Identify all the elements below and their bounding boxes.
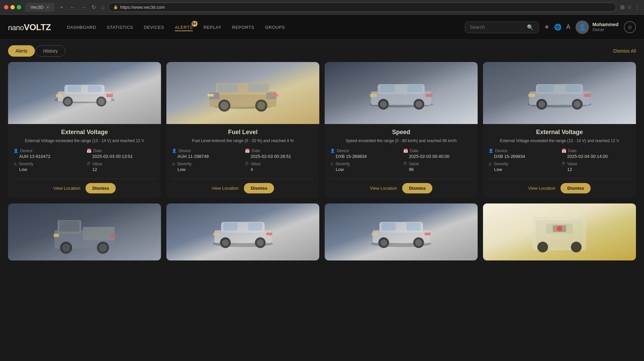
svg-point-75: [415, 239, 422, 246]
meta-value: ⏱ Value 12: [87, 162, 156, 172]
card-title: Fuel Level: [172, 129, 314, 136]
svg-rect-54: [54, 234, 59, 237]
device-icon: 👤: [330, 148, 335, 153]
tab-history[interactable]: History: [36, 45, 66, 57]
url-text: https://www.vec3d.com: [120, 5, 165, 10]
svg-rect-60: [248, 223, 262, 231]
severity-icon: ⚠: [13, 162, 17, 166]
more-icon[interactable]: ⋮: [635, 4, 640, 10]
alert-card: Speed Speed exceeded the range (0 - 80 k…: [325, 62, 478, 198]
date-icon: 📅: [87, 148, 92, 153]
forward-button[interactable]: →: [79, 3, 88, 12]
dismiss-button[interactable]: Dismiss: [244, 183, 274, 193]
vehicle-image: [325, 203, 478, 260]
header-icons: ☀ 🌐 A: [544, 23, 570, 31]
view-location-button[interactable]: View Location: [53, 186, 80, 191]
dismiss-button[interactable]: Dismiss: [86, 183, 116, 193]
close-dot[interactable]: [4, 5, 8, 9]
view-location-button[interactable]: View Location: [212, 186, 239, 191]
card-description: External Voltage exceeded the range (13 …: [488, 138, 631, 144]
app-header: nanoVOLTZ DASHBOARD STATISTICS DEVICES A…: [0, 15, 644, 40]
partial-alert-card: [8, 203, 161, 260]
browser-actions: ⊞ ☆ ⋮: [620, 4, 640, 10]
value-icon: ⏱: [245, 162, 249, 166]
card-title: External Voltage: [488, 129, 631, 136]
value-label: Value: [92, 162, 102, 166]
card-divider: [172, 179, 314, 179]
svg-point-6: [64, 98, 71, 105]
meta-device: 👤 Device DXB 15-269834: [488, 148, 557, 159]
card-meta: 👤 Device DXB 15-269834 📅 Date 2025-02-04…: [488, 148, 631, 172]
svg-point-32: [416, 101, 422, 108]
card-body: Fuel Level Fuel Level entered the range …: [166, 124, 319, 198]
nav-dashboard[interactable]: DASHBOARD: [67, 23, 96, 31]
svg-rect-23: [272, 94, 278, 97]
value-icon: ⏱: [87, 162, 91, 166]
svg-rect-15: [248, 84, 268, 92]
reload-button[interactable]: ↻: [90, 3, 97, 12]
meta-value: ⏱ Value 12: [561, 162, 631, 172]
date-value: 2025-02-03 00:28:51: [245, 154, 314, 159]
user-info[interactable]: 👤 Mohammed Owner: [576, 20, 619, 34]
translate-icon[interactable]: A: [566, 23, 570, 31]
card-title: Speed: [330, 129, 472, 136]
tab-close-icon[interactable]: ✕: [46, 5, 49, 10]
nav-statistics[interactable]: STATISTICS: [107, 23, 133, 31]
search-input[interactable]: [470, 24, 524, 30]
browser-tab[interactable]: Vec3D ✕: [25, 3, 55, 12]
app-logo: nanoVOLTZ: [8, 22, 51, 33]
minimize-dot[interactable]: [10, 5, 15, 9]
bookmark-icon[interactable]: ☆: [627, 4, 632, 10]
svg-point-62: [222, 239, 229, 246]
dismiss-button[interactable]: Dismiss: [560, 183, 591, 193]
card-meta: 👤 Device AUH 11-298749 📅 Date 2025-02-03…: [172, 148, 314, 172]
extensions-icon[interactable]: ⊞: [620, 4, 625, 10]
search-bar[interactable]: 🔍: [465, 21, 539, 33]
search-icon[interactable]: 🔍: [527, 24, 534, 31]
nav-replay[interactable]: REPLAY: [204, 23, 221, 31]
back-button[interactable]: ←: [69, 3, 77, 12]
svg-rect-70: [382, 223, 396, 231]
nav-groups[interactable]: GROUPS: [265, 23, 285, 31]
severity-icon: ⚠: [330, 162, 334, 166]
card-body: Speed Speed exceeded the range (0 - 80 k…: [325, 124, 478, 198]
card-description: Fuel Level entered the range (0 - 20 %) …: [172, 138, 314, 144]
home-button[interactable]: ⌂: [100, 3, 106, 12]
svg-rect-39: [566, 85, 581, 92]
tab-title: Vec3D: [31, 5, 43, 10]
nav-devices[interactable]: DEVICES: [144, 23, 164, 31]
nav-alerts[interactable]: ALERTS 9+: [175, 23, 193, 31]
svg-rect-77: [425, 233, 431, 235]
maximize-dot[interactable]: [17, 5, 21, 9]
value-icon: ⏱: [561, 162, 566, 166]
tab-alerts[interactable]: Alerts: [8, 45, 35, 57]
value-value: 4: [245, 167, 314, 172]
brightness-icon[interactable]: ☀: [544, 23, 549, 31]
nav-reports[interactable]: REPORTS: [232, 23, 254, 31]
language-icon[interactable]: 🌐: [554, 23, 561, 31]
date-label: Date: [410, 148, 418, 153]
settings-ring[interactable]: ⊙: [624, 21, 636, 33]
meta-device: 👤 Device AUH 11-298749: [172, 148, 241, 159]
header-right: 🔍 ☀ 🌐 A 👤 Mohammed Owner ⊙: [465, 20, 636, 34]
svg-rect-4: [88, 85, 101, 92]
severity-value: Low: [13, 167, 83, 172]
dismiss-button[interactable]: Dismiss: [402, 183, 432, 193]
meta-date: 📅 Date 2025-02-03 00:40:00: [403, 148, 472, 159]
dismiss-all-button[interactable]: Dismiss All: [613, 48, 636, 54]
meta-date: 📅 Date 2025-02-03 00:13:51: [87, 148, 156, 159]
browser-dots: [4, 5, 21, 9]
vehicle-image: [8, 203, 161, 260]
svg-point-21: [257, 102, 265, 110]
svg-point-73: [380, 239, 387, 246]
svg-point-8: [98, 98, 105, 105]
new-tab-button[interactable]: +: [59, 3, 64, 12]
svg-rect-48: [59, 221, 79, 232]
view-location-button[interactable]: View Location: [370, 186, 397, 191]
severity-label: Severity: [335, 162, 350, 166]
svg-rect-65: [213, 233, 219, 235]
value-value: 96: [403, 167, 472, 172]
view-location-button[interactable]: View Location: [528, 186, 555, 191]
date-label: Date: [252, 148, 260, 153]
url-bar[interactable]: 🔒 https://www.vec3d.com: [108, 3, 616, 12]
